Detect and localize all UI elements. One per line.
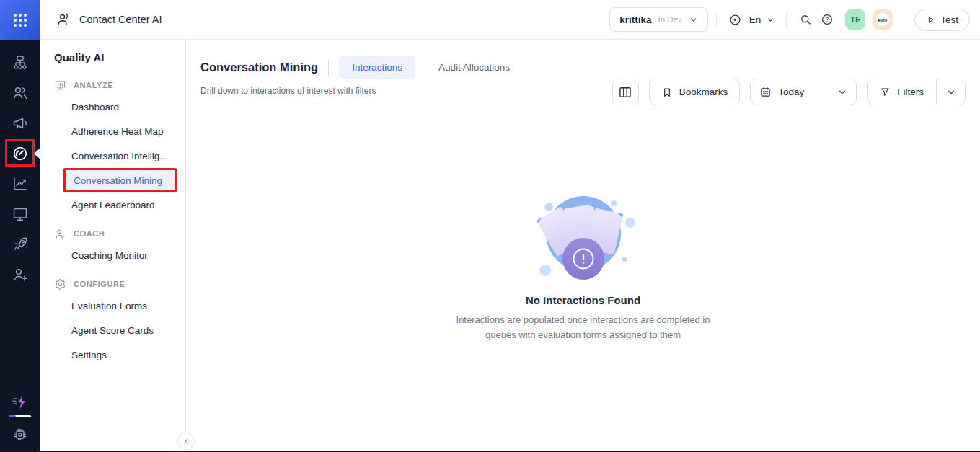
top-bar: Contact Center AI krittika In Dev En	[40, 0, 980, 40]
filter-funnel-icon	[880, 87, 891, 97]
section-label: CONFIGURE	[74, 280, 125, 288]
help-icon[interactable]: ?	[816, 9, 838, 30]
icon-rail	[0, 0, 40, 452]
workspace-selector[interactable]: krittika In Dev	[609, 7, 708, 32]
date-range-button[interactable]: Today	[750, 79, 857, 105]
filters-label: Filters	[897, 87, 924, 97]
app-launcher-button[interactable]	[0, 0, 40, 40]
sidebar-collapse-button[interactable]	[177, 433, 195, 450]
section-configure: CONFIGURE	[40, 276, 185, 292]
divider	[54, 71, 174, 71]
section-label: COACH	[74, 229, 105, 238]
sidebar-title: Quality AI	[40, 40, 185, 71]
sidebar-item-agent-leaderboard[interactable]: Agent Leaderboard	[40, 192, 185, 217]
divider	[328, 60, 329, 76]
section-analyze: ANALYZE	[40, 77, 185, 93]
avatar-initials: TE	[850, 15, 861, 24]
empty-state-description: Interactions are populated once interact…	[450, 313, 717, 343]
columns-button[interactable]	[612, 79, 639, 105]
toolbar: Bookmarks Today Filters	[612, 79, 966, 105]
chip-icon[interactable]	[10, 425, 30, 445]
date-range-label: Today	[778, 87, 804, 97]
sidebar-item-coaching-monitor[interactable]: Coaching Monitor	[40, 243, 185, 267]
empty-state: No Interactions Found Interactions are p…	[186, 187, 980, 343]
sidebar-item-evaluation-forms[interactable]: Evaluation Forms	[40, 293, 185, 318]
workspace-name: krittika	[619, 14, 651, 25]
bookmarks-label: Bookmarks	[679, 87, 728, 97]
chevron-down-icon	[689, 15, 698, 25]
sidebar-item-agent-score-cards[interactable]: Agent Score Cards	[40, 318, 185, 342]
flow-icon[interactable]	[10, 53, 30, 73]
chevron-down-icon	[766, 15, 775, 25]
sidebar-item-conversation-mining[interactable]: Conversation Mining	[63, 168, 177, 192]
brand-avatar[interactable]: kore	[873, 9, 893, 30]
filters-expand-button[interactable]	[936, 79, 965, 105]
monitor-icon[interactable]	[10, 204, 30, 224]
chevron-down-icon	[837, 87, 847, 97]
usage-progress-bar	[9, 415, 31, 417]
svg-text:?: ?	[826, 17, 829, 23]
flash-status-button[interactable]	[9, 394, 31, 417]
user-add-icon[interactable]	[10, 265, 30, 285]
chevron-down-icon	[946, 87, 956, 97]
bookmarks-button[interactable]: Bookmarks	[649, 79, 741, 105]
calendar-icon	[759, 86, 772, 98]
test-button-label: Test	[940, 14, 958, 25]
presentation-icon	[54, 79, 66, 92]
rocket-icon[interactable]	[10, 234, 30, 254]
gauge-icon[interactable]	[10, 143, 30, 164]
divider	[786, 12, 787, 27]
tab-interactions[interactable]: Interactions	[339, 56, 415, 79]
test-button[interactable]: Test	[914, 9, 970, 31]
workspace-env-badge: In Dev	[658, 15, 681, 24]
empty-state-title: No Interactions Found	[526, 294, 640, 306]
flash-icon	[11, 394, 30, 411]
users-icon[interactable]	[10, 83, 30, 103]
sidebar-item-dashboard[interactable]: Dashboard	[40, 94, 185, 119]
no-data-illustration	[515, 187, 652, 283]
search-icon[interactable]	[795, 9, 816, 30]
gear-icon	[54, 278, 66, 291]
support-agent-icon	[56, 12, 71, 27]
apps-grid-icon	[12, 12, 29, 29]
sidebar-item-adherence-heat-map[interactable]: Adherence Heat Map	[40, 119, 185, 143]
filters-split-button: Filters	[867, 79, 966, 105]
sidebar-item-settings[interactable]: Settings	[40, 342, 185, 367]
tab-audit-allocations[interactable]: Audit Allocations	[425, 56, 523, 79]
app-title: Contact Center AI	[79, 14, 162, 25]
quality-ai-sidebar: Quality AI ANALYZE Dashboard Adherence H…	[40, 40, 186, 451]
divider	[906, 12, 906, 27]
main-content: Conversation Mining Interactions Audit A…	[186, 40, 980, 451]
megaphone-icon[interactable]	[10, 113, 30, 133]
play-icon	[926, 15, 935, 25]
bookmark-icon	[661, 87, 673, 98]
language-selector[interactable]: En	[746, 14, 779, 25]
divider	[716, 12, 717, 27]
page-title: Conversation Mining	[200, 61, 318, 74]
app-brand: Contact Center AI	[40, 12, 162, 27]
line-chart-icon[interactable]	[10, 174, 30, 194]
coach-icon	[54, 228, 66, 240]
section-coach: COACH	[40, 226, 185, 241]
sidebar-item-conversation-intelligence[interactable]: Conversation Intellig...	[40, 143, 185, 168]
section-label: ANALYZE	[74, 81, 113, 89]
user-avatar[interactable]: TE	[845, 9, 865, 30]
language-label: En	[749, 14, 762, 25]
columns-icon	[618, 85, 632, 99]
target-icon[interactable]	[725, 9, 746, 30]
filters-button[interactable]: Filters	[868, 79, 936, 105]
svg-text:kore: kore	[878, 18, 888, 22]
